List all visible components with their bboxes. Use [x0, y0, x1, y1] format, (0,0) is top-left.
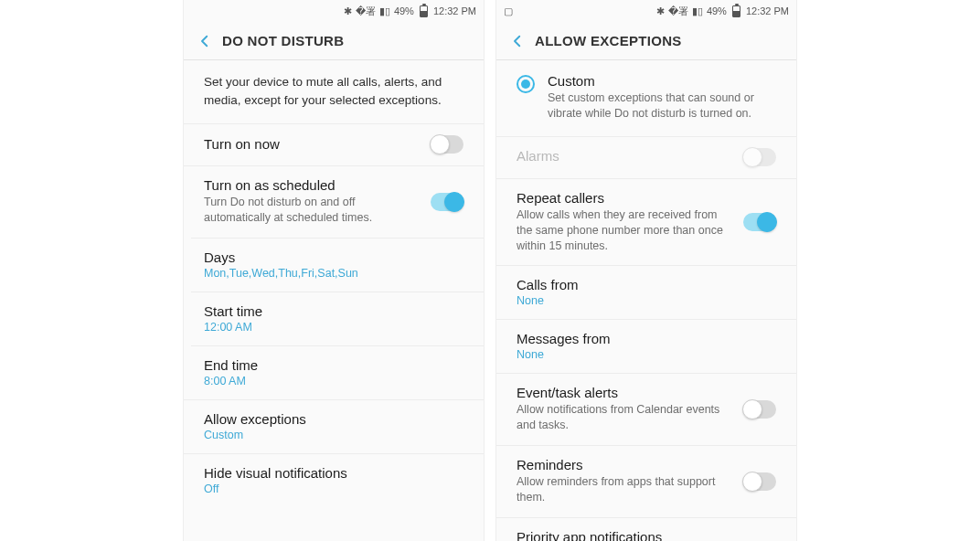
row-reminders[interactable]: Reminders Allow reminders from apps that… [496, 445, 796, 517]
battery-pct: 49% [707, 6, 727, 16]
back-button[interactable] [504, 27, 531, 55]
signal-icon: ▮▯ [692, 6, 703, 16]
row-end-time[interactable]: End time 8:00 AM [191, 345, 484, 399]
battery-icon [420, 5, 428, 17]
app-bar: DO NOT DISTURB [184, 22, 484, 60]
row-value: Mon,Tue,Wed,Thu,Fri,Sat,Sun [204, 267, 465, 280]
signal-icon: ▮▯ [379, 6, 390, 16]
screen-do-not-disturb: ✱ �署 ▮▯ 49% 12:32 PM DO NOT DISTURB Set … [183, 0, 485, 541]
toggle-turn-on-scheduled[interactable] [431, 193, 463, 211]
toggle-alarms [743, 148, 776, 166]
row-alarms: Alarms [496, 136, 796, 178]
toggle-turn-on-now[interactable] [431, 135, 463, 154]
toggle-event-task-alerts[interactable] [743, 400, 776, 419]
row-title: Repeat callers [517, 190, 732, 206]
status-time: 12:32 PM [433, 6, 476, 16]
row-title: End time [204, 357, 465, 373]
wifi-icon: �署 [356, 6, 376, 16]
status-time: 12:32 PM [746, 6, 789, 16]
row-subtitle: Turn Do not disturb on and off automatic… [204, 195, 420, 226]
page-title: DO NOT DISTURB [222, 33, 344, 48]
status-bar: ▢ ✱ �署 ▮▯ 49% 12:32 PM [496, 0, 796, 22]
page-title: ALLOW EXCEPTIONS [535, 33, 682, 48]
battery-icon [732, 5, 740, 17]
row-title: Priority app notifications [517, 529, 776, 541]
row-title: Messages from [517, 331, 776, 346]
radio-selected-icon [517, 75, 535, 93]
row-subtitle: Allow notifications from Calendar events… [517, 402, 732, 433]
row-title: Start time [204, 303, 465, 319]
row-value: None [517, 294, 776, 307]
row-turn-on-now[interactable]: Turn on now [184, 123, 484, 165]
row-priority-app-notifications[interactable]: Priority app notifications Allow notific… [496, 517, 796, 541]
row-title: Calls from [517, 277, 776, 292]
row-messages-from[interactable]: Messages from None [496, 319, 796, 373]
toggle-repeat-callers[interactable] [743, 213, 776, 231]
row-allow-exceptions[interactable]: Allow exceptions Custom [184, 399, 484, 453]
row-custom-radio[interactable]: Custom Set custom exceptions that can so… [496, 60, 796, 136]
back-button[interactable] [191, 27, 218, 55]
row-hide-visual-notifications[interactable]: Hide visual notifications Off [184, 453, 484, 507]
row-value: Custom [204, 429, 463, 441]
row-title: Custom [548, 73, 776, 89]
battery-pct: 49% [394, 6, 414, 16]
row-title: Days [204, 249, 465, 265]
row-title: Reminders [517, 457, 732, 472]
app-bar: ALLOW EXCEPTIONS [496, 22, 796, 60]
content: Set your device to mute all calls, alert… [184, 60, 484, 541]
row-repeat-callers[interactable]: Repeat callers Allow calls when they are… [496, 178, 796, 266]
row-subtitle: Allow calls when they are received from … [517, 207, 732, 254]
row-title: Turn on now [204, 136, 420, 152]
row-calls-from[interactable]: Calls from None [496, 265, 796, 319]
row-value: Off [204, 483, 463, 495]
chevron-left-icon [197, 33, 213, 49]
row-value: 12:00 AM [204, 321, 465, 334]
row-title: Turn on as scheduled [204, 177, 420, 193]
toggle-reminders[interactable] [743, 472, 776, 491]
row-turn-on-scheduled[interactable]: Turn on as scheduled Turn Do not disturb… [184, 165, 484, 238]
row-days[interactable]: Days Mon,Tue,Wed,Thu,Fri,Sat,Sun [191, 238, 484, 292]
row-start-time[interactable]: Start time 12:00 AM [191, 292, 484, 345]
wifi-icon: �署 [668, 6, 688, 16]
row-value: None [517, 348, 776, 361]
chevron-left-icon [509, 33, 526, 49]
row-subtitle: Allow reminders from apps that support t… [517, 474, 732, 505]
row-subtitle: Set custom exceptions that can sound or … [548, 90, 776, 122]
row-event-task-alerts[interactable]: Event/task alerts Allow notifications fr… [496, 373, 796, 445]
picture-notification-icon: ▢ [504, 6, 513, 16]
page-description: Set your device to mute all calls, alert… [184, 60, 484, 123]
row-title: Event/task alerts [517, 385, 732, 400]
row-title: Hide visual notifications [204, 465, 463, 481]
bluetooth-icon: ✱ [344, 6, 352, 16]
row-title: Allow exceptions [204, 411, 463, 427]
bluetooth-icon: ✱ [656, 6, 665, 16]
row-value: 8:00 AM [204, 375, 465, 387]
row-title: Alarms [517, 148, 732, 164]
screen-allow-exceptions: ▢ ✱ �署 ▮▯ 49% 12:32 PM ALLOW EXCEPTIONS … [495, 0, 797, 541]
status-bar: ✱ �署 ▮▯ 49% 12:32 PM [184, 0, 484, 22]
content: Custom Set custom exceptions that can so… [496, 60, 796, 541]
